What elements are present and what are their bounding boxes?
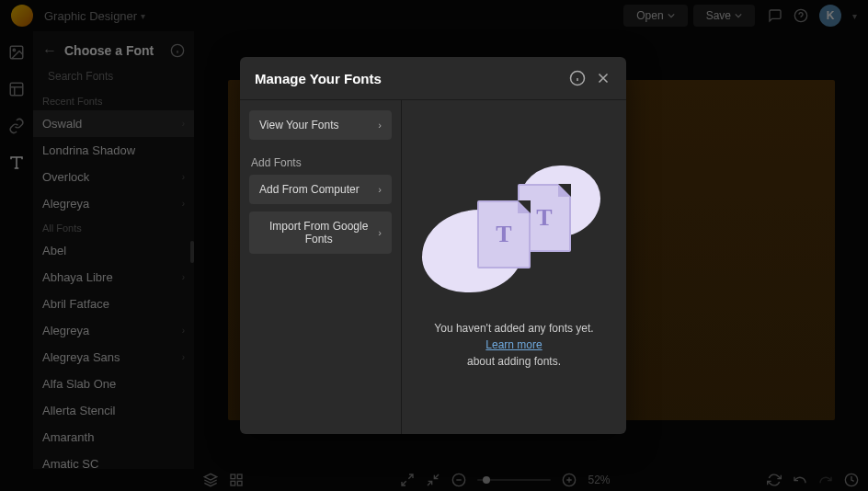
empty-suffix: about adding fonts. <box>467 355 561 368</box>
modal-sidebar: View Your Fonts › Add Fonts Add From Com… <box>240 100 402 434</box>
empty-state-text: You haven't added any fonts yet. Learn m… <box>420 320 608 370</box>
chevron-right-icon: › <box>378 184 382 195</box>
modal-content: T T You haven't added any fonts yet. Lea… <box>402 100 626 434</box>
chevron-right-icon: › <box>378 120 382 131</box>
empty-prefix: You haven't added any fonts yet. <box>434 322 593 335</box>
import-google-fonts-label: Import From Google Fonts <box>259 220 378 246</box>
empty-state-illustration: T T <box>422 166 606 303</box>
add-from-computer-button[interactable]: Add From Computer › <box>249 175 392 204</box>
add-from-computer-label: Add From Computer <box>259 183 360 196</box>
import-google-fonts-button[interactable]: Import From Google Fonts › <box>249 211 392 254</box>
close-icon[interactable] <box>595 70 611 86</box>
view-your-fonts-label: View Your Fonts <box>259 119 339 131</box>
modal-title: Manage Your Fonts <box>255 71 560 86</box>
chevron-right-icon: › <box>378 227 382 238</box>
view-your-fonts-button[interactable]: View Your Fonts › <box>249 110 392 140</box>
learn-more-link[interactable]: Learn more <box>485 338 542 351</box>
info-icon[interactable] <box>569 70 586 86</box>
manage-fonts-modal: Manage Your Fonts View Your Fonts › Add … <box>240 57 626 434</box>
add-fonts-section-label: Add Fonts <box>249 147 392 175</box>
